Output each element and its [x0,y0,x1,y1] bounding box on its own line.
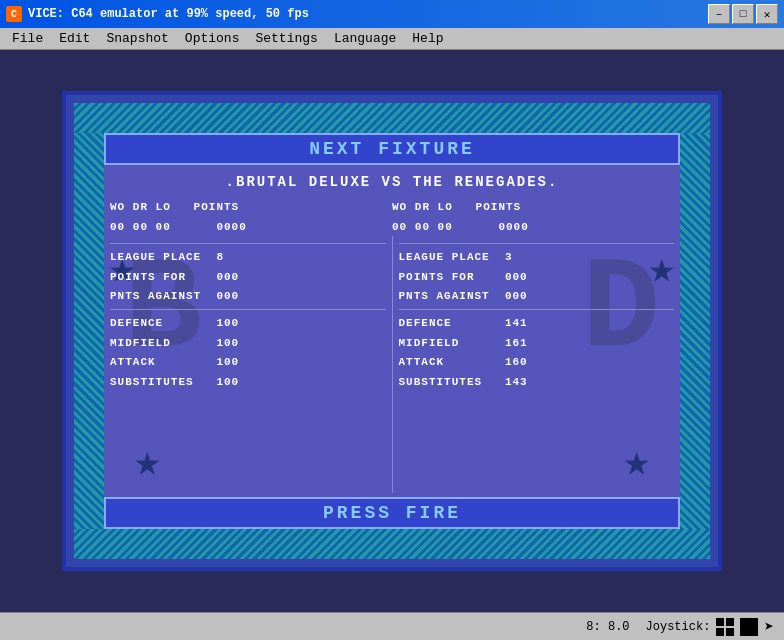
footer-text: PRESS FIRE [323,503,461,523]
left-points-for: POINTS FOR 000 [110,271,239,283]
window-title: VICE: C64 emulator at 99% speed, 50 fps [28,7,702,21]
main-stats-panel: B ★ ★ LEAGUE PLACE 8 POINTS FOR 000 PNTS… [104,236,680,493]
left-points-against: PNTS AGAINST 000 [110,290,239,302]
right-bottom-star: ★ [624,434,651,488]
right-stats-header: WO DR LO POINTS [392,201,521,213]
top-border-deco [74,103,710,133]
left-bottom-star: ★ [134,434,161,488]
left-league-place: LEAGUE PLACE 8 [110,251,224,263]
right-midfield: MIDFIELD 161 [399,337,528,349]
left-border-deco [74,103,104,559]
right-border-deco [680,103,710,559]
menu-snapshot[interactable]: Snapshot [98,29,176,48]
joy-dot-1 [716,618,724,626]
header-title: NEXT FIXTURE [309,139,475,159]
left-midfield: MIDFIELD 100 [110,337,239,349]
joystick-dots [716,618,734,636]
status-bar: 8: 8.0 Joystick: ➤ [0,612,784,640]
team-names-row: .BRUTAL DELUXE VS THE RENEGADES. [104,169,680,195]
title-bar: C VICE: C64 emulator at 99% speed, 50 fp… [0,0,784,28]
right-col-header: WO DR LO POINTS [392,197,674,217]
joystick-arrow-icon: ➤ [764,617,774,637]
menu-edit[interactable]: Edit [51,29,98,48]
left-team-panel: B ★ ★ LEAGUE PLACE 8 POINTS FOR 000 PNTS… [104,236,393,493]
right-attack: ATTACK 160 [399,356,528,368]
menu-help[interactable]: Help [404,29,451,48]
right-stats: LEAGUE PLACE 3 POINTS FOR 000 PNTS AGAIN… [399,240,675,391]
bottom-border-deco [74,529,710,559]
joy-dot-2 [726,618,734,626]
window-controls: – □ ✕ [708,4,778,24]
game-content: NEXT FIXTURE .BRUTAL DELUXE VS THE RENEG… [104,133,680,529]
left-stats-header: WO DR LO POINTS [110,201,239,213]
right-substitutes: SUBSTITUTES 143 [399,376,528,388]
right-points-for: POINTS FOR 000 [399,271,528,283]
left-stats: LEAGUE PLACE 8 POINTS FOR 000 PNTS AGAIN… [110,240,386,391]
position-display: 8: 8.0 [586,620,629,634]
joystick-label: Joystick: [646,620,711,634]
right-team-panel: D ★ ★ LEAGUE PLACE 3 POINTS FOR 000 PNTS… [393,236,681,493]
left-attack: ATTACK 100 [110,356,239,368]
menu-language[interactable]: Language [326,29,404,48]
header-box: NEXT FIXTURE [104,133,680,165]
left-defence: DEFENCE 100 [110,317,239,329]
minimize-button[interactable]: – [708,4,730,24]
left-wo-dr-lo: 00 00 00 0000 [110,217,392,237]
right-divider-1 [399,243,675,244]
left-substitutes: SUBSTITUTES 100 [110,376,239,388]
app-icon: C [6,6,22,22]
c64-screen: NEXT FIXTURE .BRUTAL DELUXE VS THE RENEG… [62,91,722,571]
left-col-header: WO DR LO POINTS [110,197,392,217]
joystick-square [740,618,758,636]
right-record: 00 00 00 0000 [392,221,529,233]
joy-dot-3 [716,628,724,636]
column-headers-row: WO DR LO POINTS WO DR LO POINTS [104,197,680,217]
left-divider-1 [110,243,386,244]
menu-bar: File Edit Snapshot Options Settings Lang… [0,28,784,50]
team-names-text: .BRUTAL DELUXE VS THE RENEGADES. [226,174,559,190]
joy-dot-4 [726,628,734,636]
close-button[interactable]: ✕ [756,4,778,24]
right-points-against: PNTS AGAINST 000 [399,290,528,302]
left-record: 00 00 00 0000 [110,221,247,233]
left-divider-2 [110,309,386,310]
right-wo-dr-lo: 00 00 00 0000 [392,217,674,237]
right-divider-2 [399,309,675,310]
joystick-indicator: Joystick: ➤ [646,617,774,637]
maximize-button[interactable]: □ [732,4,754,24]
wo-dr-lo-row: 00 00 00 0000 00 00 00 0000 [104,217,680,237]
main-window: C VICE: C64 emulator at 99% speed, 50 fp… [0,0,784,640]
right-league-place: LEAGUE PLACE 3 [399,251,513,263]
right-defence: DEFENCE 141 [399,317,528,329]
emulator-area: NEXT FIXTURE .BRUTAL DELUXE VS THE RENEG… [0,50,784,612]
menu-options[interactable]: Options [177,29,248,48]
menu-file[interactable]: File [4,29,51,48]
footer-box: PRESS FIRE [104,497,680,529]
menu-settings[interactable]: Settings [247,29,325,48]
